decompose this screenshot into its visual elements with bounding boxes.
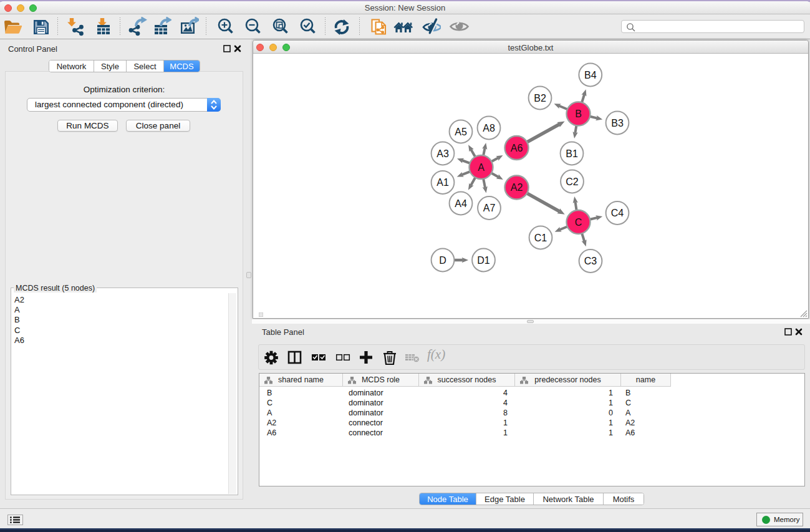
- svg-text:D1: D1: [477, 255, 490, 266]
- svg-text:A: A: [478, 162, 485, 173]
- svg-text:A6: A6: [511, 143, 523, 153]
- svg-text:B3: B3: [611, 118, 624, 128]
- svg-text:D: D: [439, 255, 446, 266]
- svg-text:B4: B4: [584, 70, 597, 80]
- svg-text:B2: B2: [534, 93, 546, 104]
- svg-text:C4: C4: [611, 208, 624, 218]
- svg-text:A3: A3: [436, 148, 449, 159]
- svg-text:C2: C2: [566, 177, 579, 187]
- svg-text:A7: A7: [483, 203, 496, 213]
- svg-text:A8: A8: [483, 123, 495, 133]
- svg-text:A1: A1: [436, 177, 449, 188]
- svg-text:A5: A5: [455, 127, 467, 137]
- svg-text:A4: A4: [455, 198, 467, 209]
- svg-text:C: C: [575, 217, 582, 228]
- svg-text:C1: C1: [534, 233, 547, 243]
- svg-text:A2: A2: [511, 182, 523, 193]
- svg-text:B1: B1: [566, 148, 578, 159]
- svg-text:B: B: [575, 109, 582, 119]
- svg-text:C3: C3: [584, 256, 597, 266]
